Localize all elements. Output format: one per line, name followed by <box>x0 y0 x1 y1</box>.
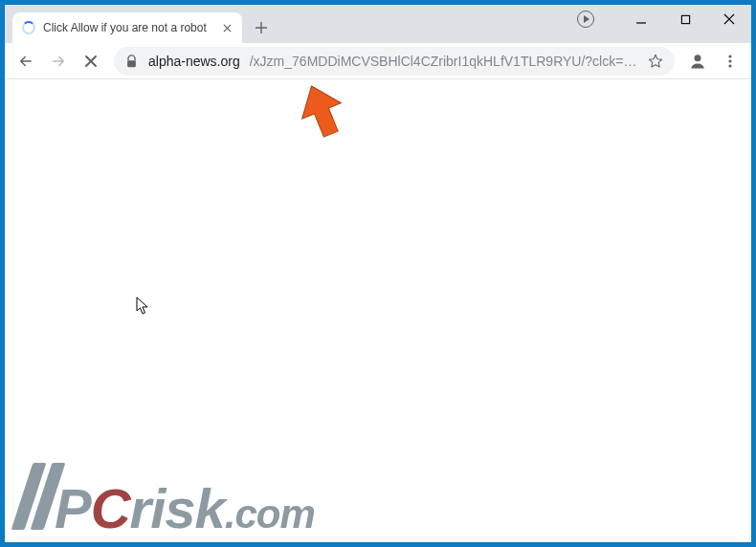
cursor-icon <box>136 296 151 316</box>
close-tab-button[interactable] <box>219 20 234 35</box>
forward-button[interactable] <box>43 47 74 76</box>
arrow-pointer-icon <box>299 84 345 138</box>
toolbar: alpha-news.org/xJzm_76MDDiMCVSBHlCl4CZri… <box>5 43 751 79</box>
svg-point-5 <box>728 64 731 67</box>
svg-rect-0 <box>681 15 689 23</box>
watermark: PCrisk.com <box>16 470 315 540</box>
watermark-tld: .com <box>225 492 315 537</box>
svg-point-3 <box>728 55 731 57</box>
url-path: /xJzm_76MDDiMCVSBHlCl4CZribrI1qkHLfV1TLR… <box>250 54 638 69</box>
svg-point-2 <box>695 55 701 61</box>
profile-button[interactable] <box>682 47 713 76</box>
maximize-button[interactable] <box>663 5 707 33</box>
bookmark-star-icon[interactable] <box>648 54 663 69</box>
window-controls <box>577 5 751 33</box>
browser-window: Click Allow if you are not a robot <box>5 5 751 542</box>
active-tab[interactable]: Click Allow if you are not a robot <box>12 12 242 43</box>
url-domain: alpha-news.org <box>148 54 240 69</box>
stop-button[interactable] <box>76 47 106 76</box>
media-control-icon[interactable] <box>577 11 594 28</box>
watermark-text: risk <box>130 476 225 540</box>
back-button[interactable] <box>11 47 41 76</box>
address-bar[interactable]: alpha-news.org/xJzm_76MDDiMCVSBHlCl4CZri… <box>114 47 675 76</box>
close-window-button[interactable] <box>707 5 751 33</box>
svg-rect-1 <box>127 60 136 67</box>
lock-icon <box>125 55 139 68</box>
svg-point-4 <box>728 59 731 62</box>
watermark-text: C <box>91 476 130 540</box>
titlebar: Click Allow if you are not a robot <box>5 5 751 43</box>
minimize-button[interactable] <box>619 5 663 33</box>
new-tab-button[interactable] <box>248 14 275 41</box>
menu-button[interactable] <box>715 47 745 76</box>
loading-spinner-icon <box>22 21 35 34</box>
watermark-slash-icon <box>16 470 62 528</box>
tab-title: Click Allow if you are not a robot <box>43 21 211 34</box>
